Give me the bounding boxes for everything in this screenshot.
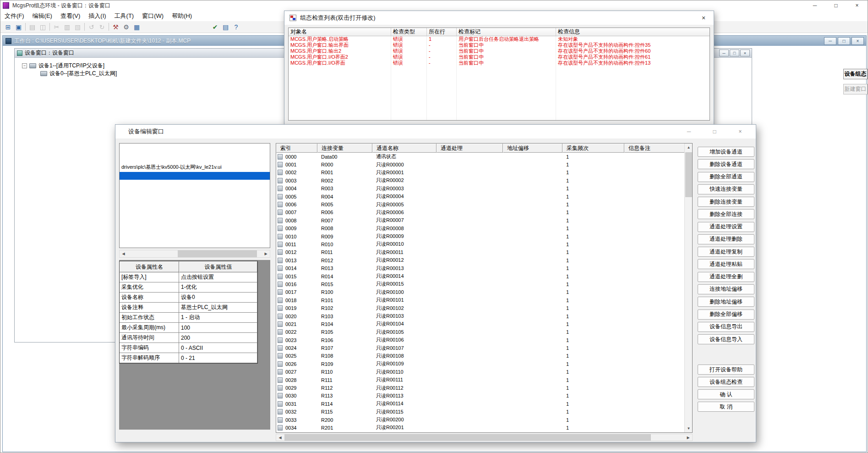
editor-bottom-button[interactable]: 设备组态检查 bbox=[698, 377, 754, 387]
check-column-header[interactable]: 检查标记 bbox=[457, 28, 556, 36]
channel-row[interactable]: 0025R108只读R001081 bbox=[276, 352, 684, 360]
scroll-up-icon[interactable]: ▲ bbox=[685, 144, 693, 151]
channel-row[interactable]: 0031R114只读R001141 bbox=[276, 400, 684, 408]
channel-row[interactable]: 0013R012只读R000121 bbox=[276, 256, 684, 264]
property-value-cell[interactable]: 0 - ASCII bbox=[179, 343, 257, 353]
channel-row[interactable]: 0022R105只读R001051 bbox=[276, 328, 684, 336]
property-row[interactable]: 最小采集周期(ms)100 bbox=[120, 323, 257, 333]
driver-path-item[interactable]: drivers\plc\基恩士\kv5000-以太网\kv_le21v.ui bbox=[121, 164, 222, 171]
menu-item-5[interactable]: 窗口(W) bbox=[138, 11, 168, 21]
check-column-header[interactable]: 检查类型 bbox=[391, 28, 427, 36]
channel-row[interactable]: 0015R014只读R000141 bbox=[276, 272, 684, 280]
channel-row[interactable]: 0000Data00通讯状态1 bbox=[276, 153, 684, 160]
editor-action-button[interactable]: 删除全部偏移 bbox=[698, 309, 754, 320]
channel-row[interactable]: 0016R015只读R000151 bbox=[276, 280, 684, 288]
channel-column-header[interactable]: 通道处理 bbox=[437, 144, 503, 153]
help-icon[interactable]: ? bbox=[231, 22, 241, 32]
workspace-close-icon[interactable]: × bbox=[852, 37, 864, 45]
channel-row[interactable]: 0021R104只读R001041 bbox=[276, 320, 684, 328]
channel-row[interactable]: 0029R112只读R001121 bbox=[276, 384, 684, 392]
scroll-right-icon[interactable]: ▶ bbox=[262, 250, 270, 257]
channel-row[interactable]: 0034R201只读R002011 bbox=[276, 424, 684, 431]
property-value-cell[interactable]: 1 - 启动 bbox=[179, 313, 257, 323]
device-window-close-icon[interactable]: × bbox=[740, 50, 750, 56]
editor-action-button[interactable]: 删除连接变量 bbox=[698, 197, 754, 207]
check-column-header[interactable]: 对象名 bbox=[289, 28, 391, 36]
check-error-row[interactable]: MCGS.用户策略.启动策略错误1用户窗口后台任务启动策略退出策略未知对象 bbox=[289, 36, 710, 42]
editor-bottom-button[interactable]: 取 消 bbox=[698, 402, 754, 412]
new-window-icon[interactable]: ⊞ bbox=[3, 22, 13, 32]
print-icon[interactable]: ▤ bbox=[27, 22, 38, 32]
editor-maximize-icon[interactable]: □ bbox=[702, 125, 727, 138]
check-error-row[interactable]: MCGS.用户窗口.I/O界面2错误-当前窗口中存在该型号产品不支持的动画构件:… bbox=[289, 54, 710, 60]
channel-row[interactable]: 0030R113只读R001131 bbox=[276, 392, 684, 400]
scroll-left-icon[interactable]: ◀ bbox=[276, 434, 284, 441]
save-icon[interactable]: ▣ bbox=[13, 22, 24, 32]
property-row[interactable]: 通讯等待时间200 bbox=[120, 333, 257, 343]
check-dialog-titlebar[interactable]: 组态检查列表(双击打开修改) × bbox=[284, 11, 714, 25]
channel-row[interactable]: 0024R107只读R001071 bbox=[276, 344, 684, 352]
window-grid-icon[interactable]: ▤ bbox=[220, 22, 231, 32]
undo-icon[interactable]: ↺ bbox=[86, 22, 97, 32]
check-column-header[interactable]: 所在行 bbox=[427, 28, 457, 36]
channel-row[interactable]: 0002R001只读R000011 bbox=[276, 169, 684, 177]
scroll-right-icon[interactable]: ▶ bbox=[684, 434, 692, 441]
editor-action-button[interactable]: 通道处理设置 bbox=[698, 222, 754, 232]
syntax-check-icon[interactable]: ✔ bbox=[210, 22, 220, 32]
editor-bottom-button[interactable]: 打开设备帮助 bbox=[698, 365, 754, 375]
channel-row[interactable]: 0027R110只读R001101 bbox=[276, 368, 684, 376]
channel-row[interactable]: 0009R008只读R000081 bbox=[276, 225, 684, 232]
channel-column-header[interactable]: 采集频次 bbox=[562, 144, 624, 153]
property-row[interactable]: [标签导入]点击按钮设置 bbox=[120, 272, 257, 282]
channel-row[interactable]: 0007R006只读R000061 bbox=[276, 209, 684, 216]
channel-row[interactable]: 0010R009只读R000091 bbox=[276, 232, 684, 240]
check-error-row[interactable]: MCGS.用户窗口.I/O界面错误-当前窗口中存在该型号产品不支持的动画构件:控… bbox=[289, 60, 710, 66]
menu-item-4[interactable]: 工具(T) bbox=[110, 11, 138, 21]
channel-row[interactable]: 0020R103只读R001031 bbox=[276, 312, 684, 320]
editor-bottom-button[interactable]: 确 认 bbox=[698, 389, 754, 399]
cut-icon[interactable]: ✂ bbox=[51, 22, 62, 32]
editor-action-button[interactable]: 通道处理复制 bbox=[698, 247, 754, 257]
editor-action-button[interactable]: 删除地址偏移 bbox=[698, 297, 754, 307]
channel-column-header[interactable]: 索引 bbox=[276, 144, 317, 153]
editor-action-button[interactable]: 连接地址偏移 bbox=[698, 284, 754, 294]
tools-icon[interactable]: ⚒ bbox=[110, 22, 121, 32]
editor-action-button[interactable]: 快速连接变量 bbox=[698, 184, 754, 194]
property-row[interactable]: 设备名称设备0 bbox=[120, 293, 257, 303]
property-row[interactable]: 采集优化1-优化 bbox=[120, 282, 257, 293]
channel-row[interactable]: 0003R002只读R000021 bbox=[276, 177, 684, 184]
scroll-thumb[interactable] bbox=[685, 152, 692, 197]
editor-action-button[interactable]: 通道处理全删 bbox=[698, 272, 754, 282]
channel-row[interactable]: 0012R011只读R000111 bbox=[276, 249, 684, 256]
channel-row[interactable]: 0023R106只读R001061 bbox=[276, 336, 684, 344]
menu-item-3[interactable]: 插入(I) bbox=[84, 11, 110, 21]
channel-row[interactable]: 0004R003只读R000031 bbox=[276, 185, 684, 193]
channel-row[interactable]: 0006R005只读R000051 bbox=[276, 200, 684, 208]
menu-item-2[interactable]: 查看(V) bbox=[56, 11, 84, 21]
copy-icon[interactable]: ▥ bbox=[62, 22, 72, 32]
workspace-maximize-icon[interactable]: □ bbox=[838, 37, 850, 45]
editor-action-button[interactable]: 通道处理粘贴 bbox=[698, 259, 754, 269]
scroll-thumb[interactable] bbox=[178, 250, 257, 257]
scroll-track[interactable] bbox=[284, 434, 684, 441]
channel-row[interactable]: 0032R115只读R001151 bbox=[276, 408, 684, 416]
minimize-icon[interactable]: ─ bbox=[804, 0, 825, 11]
property-value-cell[interactable]: 基恩士PLC_以太网 bbox=[179, 303, 257, 313]
scroll-thumb[interactable] bbox=[284, 434, 651, 441]
menu-item-0[interactable]: 文件(F) bbox=[0, 11, 28, 21]
scroll-left-icon[interactable]: ◀ bbox=[120, 250, 127, 257]
paste-icon[interactable]: ▧ bbox=[72, 22, 83, 32]
check-error-row[interactable]: MCGS.用户窗口.输出界面错误-当前窗口中存在该型号产品不支持的动画构件:控件… bbox=[289, 42, 710, 48]
property-row[interactable]: 设备注释基恩士PLC_以太网 bbox=[120, 303, 257, 313]
check-column-header[interactable]: 检查信息 bbox=[556, 28, 710, 36]
components-icon[interactable]: ▦ bbox=[131, 22, 142, 32]
property-value-cell[interactable]: 100 bbox=[179, 323, 257, 333]
toolbox-icon[interactable]: ⚙ bbox=[121, 22, 131, 32]
channel-row[interactable]: 0026R109只读R001091 bbox=[276, 360, 684, 368]
print-preview-icon[interactable]: ◫ bbox=[38, 22, 48, 32]
editor-action-button[interactable]: 通道处理删除 bbox=[698, 234, 754, 244]
property-row[interactable]: 字符串编码0 - ASCII bbox=[120, 343, 257, 353]
channel-column-header[interactable]: 连接变量 bbox=[317, 144, 372, 153]
maximize-icon[interactable]: □ bbox=[825, 0, 846, 11]
driver-selected-row[interactable] bbox=[120, 172, 270, 180]
